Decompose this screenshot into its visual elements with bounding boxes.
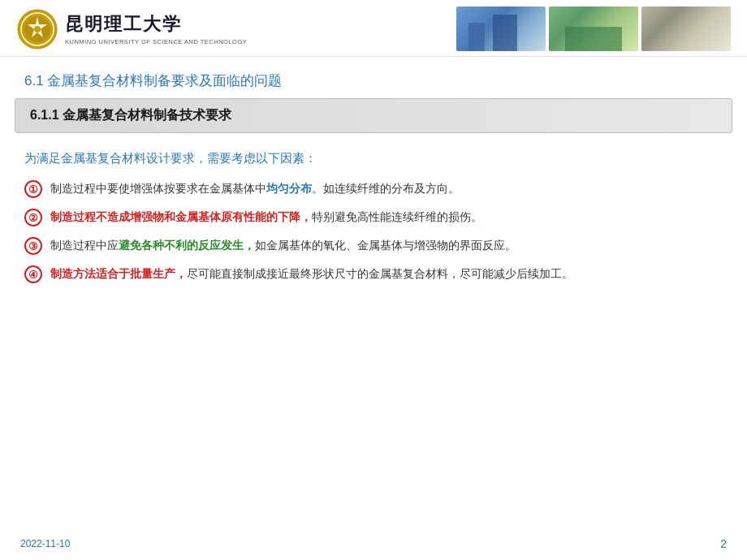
item-1-num: ① xyxy=(24,180,42,198)
footer-date: 2022-11-10 xyxy=(20,538,70,549)
logo-area: 昆明理工大学 KUNMING UNIVERSITY OF SCIENCE AND… xyxy=(16,8,247,50)
subsection-header-box: 6.1.1 金属基复合材料制备技术要求 xyxy=(15,98,732,133)
footer: 2022-11-10 2 xyxy=(20,537,727,550)
content-area: 为满足金属基复合材料设计要求，需要考虑以下因素： ① 制造过程中要使增强体按要求… xyxy=(0,133,747,302)
university-emblem xyxy=(16,8,58,50)
section-title: 6.1 金属基复合材料制备要求及面临的问题 xyxy=(0,57,747,98)
campus-photo-2 xyxy=(549,6,638,51)
item-1-highlight: 均匀分布 xyxy=(266,182,312,195)
header: 昆明理工大学 KUNMING UNIVERSITY OF SCIENCE AND… xyxy=(0,0,747,57)
intro-text-prefix: 为满足金属基复合材料设计要求，需要考虑以下因素： xyxy=(24,152,317,165)
item-3-text: 制造过程中应避免各种不利的反应发生，如金属基体的氧化、金属基体与增强物的界面反应… xyxy=(50,236,723,255)
item-4-text: 制造方法适合于批量生产，尽可能直接制成接近最终形状尺寸的金属基复合材料，尽可能减… xyxy=(50,265,723,283)
item-4-num: ④ xyxy=(24,265,42,283)
item-3-num: ③ xyxy=(24,237,42,255)
svg-point-4 xyxy=(34,26,41,32)
university-name-english: KUNMING UNIVERSITY OF SCIENCE AND TECHNO… xyxy=(65,38,247,45)
campus-photo-1 xyxy=(456,6,546,51)
list-item-1: ① 制造过程中要使增强体按要求在金属基体中均匀分布。如连续纤维的分布及方向。 xyxy=(24,179,723,198)
list-item-4: ④ 制造方法适合于批量生产，尽可能直接制成接近最终形状尺寸的金属基复合材料，尽可… xyxy=(24,265,723,283)
list-item-2: ② 制造过程不造成增强物和金属基体原有性能的下降，特别避免高性能连续纤维的损伤。 xyxy=(24,208,723,226)
item-3-highlight: 避免各种不利的反应发生， xyxy=(119,239,255,252)
campus-photo-3 xyxy=(641,6,731,51)
list-item-3: ③ 制造过程中应避免各种不利的反应发生，如金属基体的氧化、金属基体与增强物的界面… xyxy=(24,236,723,255)
intro-line: 为满足金属基复合材料设计要求，需要考虑以下因素： xyxy=(24,149,723,168)
item-1-text: 制造过程中要使增强体按要求在金属基体中均匀分布。如连续纤维的分布及方向。 xyxy=(50,179,723,198)
item-2-num: ② xyxy=(24,209,42,226)
university-name-chinese: 昆明理工大学 xyxy=(65,12,247,37)
subsection-title: 6.1.1 金属基复合材料制备技术要求 xyxy=(30,108,231,122)
item-2-text: 制造过程不造成增强物和金属基体原有性能的下降，特别避免高性能连续纤维的损伤。 xyxy=(50,208,723,226)
item-2-highlight: 制造过程不造成增强物和金属基体原有性能的下降， xyxy=(50,210,312,223)
logo-text: 昆明理工大学 KUNMING UNIVERSITY OF SCIENCE AND… xyxy=(65,12,247,45)
item-4-highlight: 制造方法适合于批量生产， xyxy=(50,267,187,280)
header-photos xyxy=(456,6,731,51)
footer-page: 2 xyxy=(720,537,727,550)
